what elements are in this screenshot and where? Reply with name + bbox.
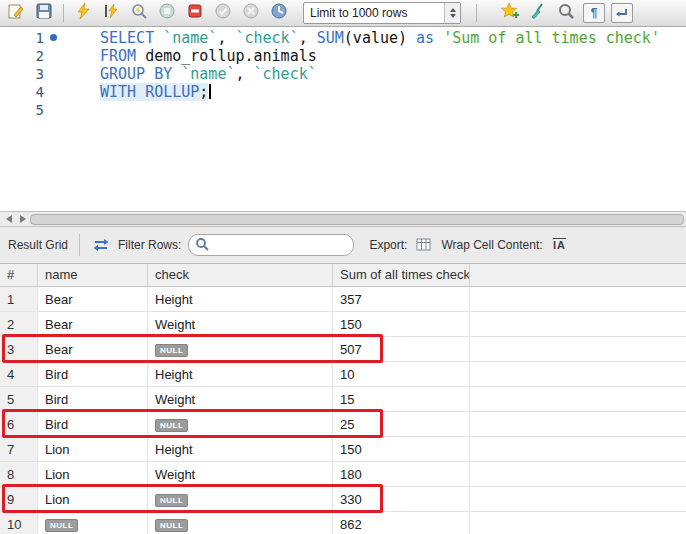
mysql-workbench-sql-panel: Limit to 1000 rows ¶ 1 SELECT `name`, `c… xyxy=(0,0,686,534)
toolbar-separator xyxy=(476,4,477,22)
scrollbar-thumb[interactable] xyxy=(30,214,684,225)
cell-sum[interactable]: 10 xyxy=(333,362,470,386)
execute-current-statement-button[interactable] xyxy=(99,2,123,24)
table-row[interactable]: 2 Bear Weight 150 xyxy=(0,312,686,337)
cell-check[interactable]: Weight xyxy=(148,387,333,411)
cell-check[interactable]: Height xyxy=(148,362,333,386)
execute-button[interactable] xyxy=(71,2,95,24)
beautify-button[interactable] xyxy=(526,2,550,24)
cell-name[interactable]: Bear xyxy=(38,287,148,311)
table-row[interactable]: 7 Lion Height 150 xyxy=(0,437,686,462)
row-number[interactable]: 5 xyxy=(0,387,38,411)
rollback-button[interactable] xyxy=(239,2,263,24)
editor-line: 2 FROM demo_rollup.animals xyxy=(0,47,686,65)
column-header-rownum[interactable]: # xyxy=(0,264,38,286)
stop-query-button[interactable] xyxy=(155,2,179,24)
new-snippet-button[interactable] xyxy=(498,2,522,24)
cell-sum[interactable]: 330 xyxy=(333,487,470,511)
toggle-autocommit-icon xyxy=(270,2,288,24)
sql-token: demo_rollup.animals xyxy=(145,47,317,65)
table-row[interactable]: 1 Bear Height 357 xyxy=(0,287,686,312)
scroll-right-arrow-icon[interactable] xyxy=(20,215,26,223)
line-number: 2 xyxy=(0,47,46,65)
wrap-cell-content-button[interactable]: IA xyxy=(550,235,570,255)
cell-name[interactable]: Lion xyxy=(38,437,148,461)
cell-name[interactable]: NULL xyxy=(38,512,148,534)
limit-rows-dropdown[interactable]: Limit to 1000 rows xyxy=(303,2,461,24)
null-badge: NULL xyxy=(155,494,188,507)
sql-editor[interactable]: 1 SELECT `name`, `check`, SUM(value) as … xyxy=(0,27,686,211)
text-cursor xyxy=(209,84,211,99)
row-number[interactable]: 10 xyxy=(0,512,38,534)
table-row[interactable]: 4 Bird Height 10 xyxy=(0,362,686,387)
cell-check[interactable]: NULL xyxy=(148,337,333,361)
editor-line: 3 GROUP BY `name`, `check` xyxy=(0,65,686,83)
cell-name[interactable]: Bird xyxy=(38,412,148,436)
table-row[interactable]: 6 Bird NULL 25 xyxy=(0,412,686,437)
cell-check[interactable]: NULL xyxy=(148,512,333,534)
column-header-name[interactable]: name xyxy=(38,264,148,286)
sql-token: as xyxy=(416,29,443,47)
cell-check[interactable]: NULL xyxy=(148,412,333,436)
cell-sum[interactable]: 15 xyxy=(333,387,470,411)
cell-check[interactable]: Weight xyxy=(148,312,333,336)
cell-sum[interactable]: 357 xyxy=(333,287,470,311)
cell-name[interactable]: Bird xyxy=(38,387,148,411)
table-row[interactable]: 3 Bear NULL 507 xyxy=(0,337,686,362)
execute-current-statement-icon xyxy=(102,2,120,24)
refresh-button[interactable] xyxy=(91,235,111,255)
toggle-stop-on-error-button[interactable] xyxy=(183,2,207,24)
filter-rows-input[interactable] xyxy=(213,237,347,253)
cell-name[interactable]: Lion xyxy=(38,462,148,486)
row-number[interactable]: 1 xyxy=(0,287,38,311)
cell-name[interactable]: Lion xyxy=(38,487,148,511)
row-number[interactable]: 4 xyxy=(0,362,38,386)
toggle-autocommit-button[interactable] xyxy=(267,2,291,24)
cell-sum[interactable]: 150 xyxy=(333,437,470,461)
table-row[interactable]: 8 Lion Weight 180 xyxy=(0,462,686,487)
commit-button[interactable] xyxy=(211,2,235,24)
save-script-button[interactable] xyxy=(32,2,56,24)
show-invisibles-button[interactable]: ¶ xyxy=(582,2,606,24)
open-script-button[interactable] xyxy=(4,2,28,24)
row-number[interactable]: 9 xyxy=(0,487,38,511)
cell-sum[interactable]: 862 xyxy=(333,512,470,534)
row-number[interactable]: 2 xyxy=(0,312,38,336)
cell-check[interactable]: Weight xyxy=(148,462,333,486)
editor-horizontal-scrollbar[interactable] xyxy=(0,211,686,227)
cell-name[interactable]: Bear xyxy=(38,337,148,361)
cell-sum[interactable]: 150 xyxy=(333,312,470,336)
toggle-wrap-button[interactable] xyxy=(610,2,634,24)
cell-check[interactable]: Height xyxy=(148,287,333,311)
table-row[interactable]: 10 NULL NULL 862 xyxy=(0,512,686,534)
scroll-left-arrow-icon[interactable] xyxy=(6,215,12,223)
filter-rows-searchbox[interactable] xyxy=(188,234,354,256)
export-button[interactable] xyxy=(414,235,434,255)
result-grid-title: Result Grid xyxy=(8,238,68,252)
cell-name[interactable]: Bear xyxy=(38,312,148,336)
cell-sum[interactable]: 180 xyxy=(333,462,470,486)
cell-sum[interactable]: 25 xyxy=(333,412,470,436)
commit-icon xyxy=(214,2,232,24)
row-number[interactable]: 8 xyxy=(0,462,38,486)
editor-line: 4 WITH ROLLUP; xyxy=(0,83,686,101)
cell-check[interactable]: NULL xyxy=(148,487,333,511)
table-row[interactable]: 9 Lion NULL 330 xyxy=(0,487,686,512)
row-number[interactable]: 6 xyxy=(0,412,38,436)
row-number[interactable]: 3 xyxy=(0,337,38,361)
sql-editor-toolbar: Limit to 1000 rows ¶ xyxy=(0,0,686,27)
column-header-sum[interactable]: Sum of all times check xyxy=(333,264,470,286)
cell-name[interactable]: Bird xyxy=(38,362,148,386)
find-button[interactable] xyxy=(554,2,578,24)
row-number[interactable]: 7 xyxy=(0,437,38,461)
explain-icon xyxy=(130,2,148,24)
table-row[interactable]: 5 Bird Weight 15 xyxy=(0,387,686,412)
explain-button[interactable] xyxy=(127,2,151,24)
spinner-arrows-icon[interactable] xyxy=(444,3,460,23)
sql-token: (value) xyxy=(344,29,416,47)
cell-sum[interactable]: 507 xyxy=(333,337,470,361)
column-header-check[interactable]: check xyxy=(148,264,333,286)
wrap-cell-content-icon: IA xyxy=(553,239,566,251)
cell-check[interactable]: Height xyxy=(148,437,333,461)
null-badge: NULL xyxy=(155,519,188,532)
